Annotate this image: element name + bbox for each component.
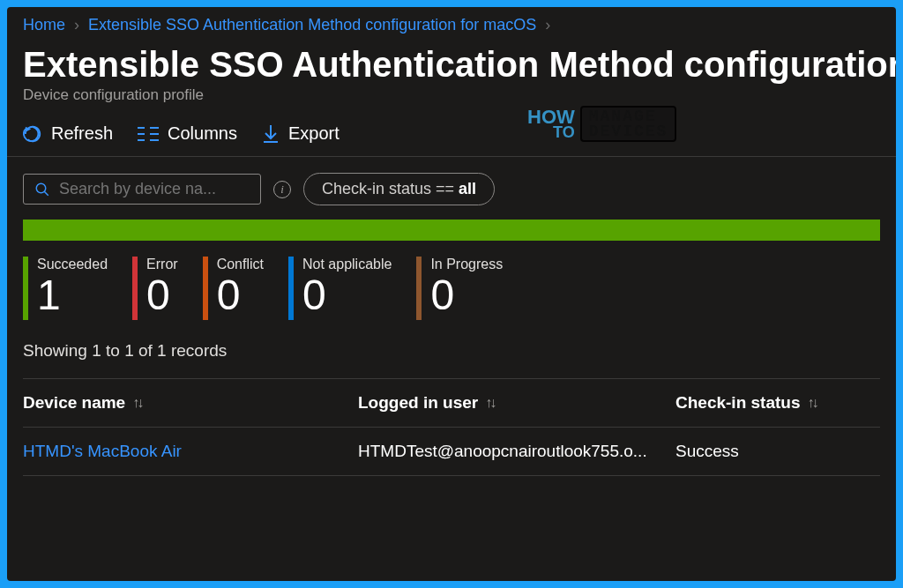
stat-value: 0 — [217, 274, 264, 316]
checkin-status-filter[interactable]: Check-in status == all — [303, 173, 495, 205]
column-header-status[interactable]: Check-in status ↑↓ — [675, 393, 880, 413]
device-table: Device name ↑↓ Logged in user ↑↓ Check-i… — [7, 378, 896, 476]
stat-value: 0 — [146, 274, 178, 316]
stats-row: Succeeded 1 Error 0 Conflict 0 Not appli… — [7, 257, 896, 336]
stat-value: 0 — [302, 274, 392, 316]
watermark-devices: DEVICES — [589, 124, 668, 139]
stat-color-bar — [132, 257, 138, 320]
stat-label: Not applicable — [302, 257, 392, 272]
device-name-link[interactable]: HTMD's MacBook Air — [23, 442, 358, 461]
sort-icon: ↑↓ — [132, 395, 141, 411]
columns-label: Columns — [168, 123, 237, 144]
stat-label: In Progress — [430, 257, 503, 272]
sort-icon: ↑↓ — [485, 395, 494, 411]
filter-row: i Check-in status == all — [7, 157, 896, 220]
page-title: Extensible SSO Authentication Method con… — [7, 40, 896, 86]
stat-color-bar — [23, 257, 28, 320]
refresh-label: Refresh — [51, 123, 113, 144]
search-input-wrapper[interactable] — [23, 174, 261, 205]
refresh-icon — [23, 124, 42, 144]
stat-color-bar — [203, 257, 208, 320]
export-label: Export — [288, 123, 340, 144]
breadcrumb: Home › Extensible SSO Authentication Met… — [7, 7, 896, 40]
checkin-filter-value: all — [459, 180, 476, 197]
export-button[interactable]: Export — [262, 123, 340, 144]
svg-point-8 — [36, 183, 46, 193]
search-icon — [34, 182, 50, 197]
stat-label: Conflict — [217, 257, 264, 272]
table-header-row: Device name ↑↓ Logged in user ↑↓ Check-i… — [23, 378, 880, 428]
table-row[interactable]: HTMD's MacBook Air HTMDTest@anoopcnairou… — [23, 428, 880, 476]
records-count: Showing 1 to 1 of 1 records — [7, 336, 896, 378]
stat-label: Error — [146, 257, 178, 272]
info-icon[interactable]: i — [273, 181, 291, 198]
stat-not-applicable[interactable]: Not applicable 0 — [288, 257, 392, 320]
column-header-label: Device name — [23, 393, 125, 413]
app-frame: Home › Extensible SSO Authentication Met… — [7, 7, 896, 581]
chevron-right-icon: › — [545, 16, 550, 34]
watermark: HOW TO MANAGE DEVICES — [527, 106, 676, 142]
checkin-filter-label: Check-in status == — [322, 180, 459, 197]
checkin-status: Success — [675, 442, 880, 461]
svg-line-9 — [44, 191, 49, 196]
stat-succeeded[interactable]: Succeeded 1 — [23, 257, 108, 320]
stat-color-bar — [288, 257, 294, 320]
stat-error[interactable]: Error 0 — [132, 257, 178, 320]
logged-in-user: HTMDTest@anoopcnairoutlook755.o... — [358, 442, 675, 461]
watermark-to: TO — [527, 125, 575, 139]
breadcrumb-current[interactable]: Extensible SSO Authentication Method con… — [88, 16, 536, 34]
column-header-label: Check-in status — [675, 393, 800, 413]
columns-button[interactable]: Columns — [138, 123, 237, 144]
search-input[interactable] — [59, 180, 250, 198]
page-subtitle: Device configuration profile — [7, 86, 896, 116]
status-summary-bar — [23, 220, 880, 241]
columns-icon — [138, 125, 159, 143]
chevron-right-icon: › — [74, 16, 79, 34]
stat-label: Succeeded — [37, 257, 108, 272]
sort-icon: ↑↓ — [807, 395, 816, 411]
column-header-label: Logged in user — [358, 393, 478, 413]
stat-color-bar — [416, 257, 422, 320]
breadcrumb-home[interactable]: Home — [23, 16, 65, 34]
stat-conflict[interactable]: Conflict 0 — [203, 257, 264, 320]
toolbar: Refresh Columns Export — [7, 116, 896, 157]
stat-in-progress[interactable]: In Progress 0 — [416, 257, 503, 320]
refresh-button[interactable]: Refresh — [23, 123, 113, 144]
column-header-user[interactable]: Logged in user ↑↓ — [358, 393, 675, 413]
column-header-device[interactable]: Device name ↑↓ — [23, 393, 358, 413]
stat-value: 0 — [430, 274, 503, 316]
download-icon — [262, 124, 280, 144]
stat-value: 1 — [37, 274, 108, 316]
